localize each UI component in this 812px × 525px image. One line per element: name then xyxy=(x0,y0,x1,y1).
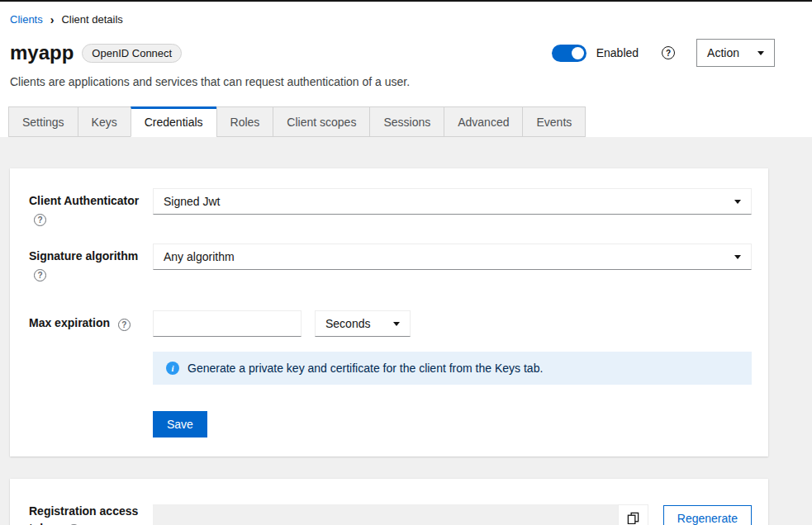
caret-down-icon xyxy=(393,322,400,326)
max-expiration-label: Max expiration ? xyxy=(29,310,153,332)
copy-button[interactable] xyxy=(618,504,648,525)
registration-token-label: Registration access token ? xyxy=(29,499,153,525)
caret-down-icon xyxy=(734,255,741,259)
registration-token-input[interactable] xyxy=(153,504,618,525)
tab-settings[interactable]: Settings xyxy=(8,106,78,137)
tab-roles[interactable]: Roles xyxy=(216,106,274,137)
toggle-knob-icon xyxy=(572,47,584,59)
enabled-toggle[interactable] xyxy=(552,45,586,62)
help-icon[interactable]: ? xyxy=(118,319,131,331)
client-authenticator-row: Client Authenticator ? Signed Jwt xyxy=(29,188,752,227)
registration-card: Registration access token ? Regenerate xyxy=(10,479,768,525)
breadcrumb-link-clients[interactable]: Clients xyxy=(10,13,43,26)
page-header: Clients › Client details myapp OpenID Co… xyxy=(0,2,812,137)
help-icon[interactable]: ? xyxy=(34,214,46,226)
tab-client-scopes[interactable]: Client scopes xyxy=(273,106,370,137)
registration-token-row: Registration access token ? Regenerate xyxy=(29,499,752,525)
caret-down-icon xyxy=(757,51,764,55)
client-authenticator-value: Signed Jwt xyxy=(164,195,220,208)
title-row: myapp OpenID Connect Enabled ? Action xyxy=(0,39,812,67)
alert-row: i Generate a private key and certificate… xyxy=(29,352,752,385)
signature-algorithm-label: Signature algorithm ? xyxy=(29,244,153,282)
enabled-label: Enabled xyxy=(596,46,639,59)
client-authenticator-select[interactable]: Signed Jwt xyxy=(153,188,752,215)
save-button[interactable]: Save xyxy=(153,411,207,438)
signature-algorithm-value: Any algorithm xyxy=(164,250,235,263)
signature-algorithm-row: Signature algorithm ? Any algorithm xyxy=(29,244,752,282)
help-icon[interactable]: ? xyxy=(34,269,46,281)
breadcrumb-current: Client details xyxy=(61,13,122,26)
action-dropdown-label: Action xyxy=(707,46,739,59)
content-area: Client Authenticator ? Signed Jwt Signat… xyxy=(0,137,812,525)
max-expiration-row: Max expiration ? Seconds xyxy=(29,310,752,337)
max-expiration-input[interactable] xyxy=(153,310,302,337)
max-expiration-unit-value: Seconds xyxy=(325,317,370,330)
info-alert-text: Generate a private key and certificate f… xyxy=(188,362,543,375)
max-expiration-unit-select[interactable]: Seconds xyxy=(315,310,411,337)
info-icon: i xyxy=(166,362,179,375)
tab-credentials[interactable]: Credentials xyxy=(131,106,217,137)
help-icon[interactable]: ? xyxy=(662,46,675,59)
tab-sessions[interactable]: Sessions xyxy=(369,106,444,137)
protocol-badge: OpenID Connect xyxy=(82,44,182,63)
tab-bar: Settings Keys Credentials Roles Client s… xyxy=(0,106,812,137)
client-authenticator-label: Client Authenticator ? xyxy=(29,188,153,227)
signature-algorithm-select[interactable]: Any algorithm xyxy=(153,244,752,270)
info-alert: i Generate a private key and certificate… xyxy=(153,352,752,385)
action-dropdown[interactable]: Action xyxy=(696,39,775,67)
credentials-card: Client Authenticator ? Signed Jwt Signat… xyxy=(10,168,768,456)
breadcrumb: Clients › Client details xyxy=(0,8,812,39)
page-title: myapp xyxy=(10,41,74,65)
copy-icon xyxy=(627,512,639,524)
tab-keys[interactable]: Keys xyxy=(78,106,131,137)
page-description: Clients are applications and services th… xyxy=(0,67,812,88)
header-controls: Enabled ? Action xyxy=(552,39,775,67)
save-row: Save xyxy=(29,411,752,438)
tab-events[interactable]: Events xyxy=(522,106,586,137)
regenerate-button[interactable]: Regenerate xyxy=(663,505,752,525)
breadcrumb-chevron-icon: › xyxy=(50,14,55,26)
token-input-group xyxy=(153,504,648,525)
caret-down-icon xyxy=(734,200,741,204)
tab-advanced[interactable]: Advanced xyxy=(444,106,523,137)
